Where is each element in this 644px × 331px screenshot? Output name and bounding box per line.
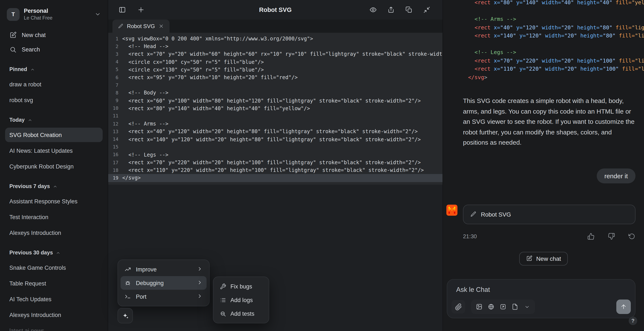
sidebar-item-draw-a-robot[interactable]: draw a robot	[5, 77, 103, 92]
wrench-icon	[220, 283, 226, 290]
search-code-icon	[220, 310, 226, 317]
sidebar-search[interactable]: Search	[5, 42, 103, 57]
chevron-up-icon	[28, 118, 32, 122]
share-button[interactable]	[387, 6, 395, 13]
ai-actions-button[interactable]	[118, 308, 133, 323]
line-number: 3	[108, 51, 118, 57]
composer-toolbar	[452, 300, 631, 314]
section-header-today[interactable]: Today	[5, 115, 103, 125]
thumbs-up-button[interactable]	[587, 233, 594, 240]
composer-tool-document[interactable]	[509, 300, 521, 314]
thumbs-down-button[interactable]	[608, 233, 615, 240]
eye-button[interactable]	[369, 6, 377, 13]
composer[interactable]: Ask le Chat	[447, 279, 636, 318]
toggle-panel-button[interactable]	[118, 6, 126, 13]
sidebar-item-ai-tech-updates[interactable]: AI Tech Updates	[5, 292, 103, 307]
line-number: 13	[108, 129, 118, 134]
canvas-toolbar	[369, 6, 430, 13]
terminal-icon	[124, 293, 131, 300]
section-header-previous-30-days[interactable]: Previous 30 days	[5, 248, 103, 258]
section-header-pinned[interactable]: Pinned	[5, 64, 103, 75]
menu-item-improve[interactable]: Improve	[120, 263, 206, 276]
close-icon[interactable]	[158, 23, 164, 29]
sidebar-item-alexeys-introduction[interactable]: Alexeys Introduction	[5, 308, 103, 322]
sidebar-nav: New chatSearch	[5, 28, 103, 57]
composer-tool-globe[interactable]	[485, 300, 497, 314]
line-number: 15	[108, 144, 118, 150]
canvas-icon	[500, 303, 506, 310]
chevron-down-icon	[524, 304, 530, 310]
editor-line: 2 <!-- Head -->	[108, 42, 442, 50]
submenu-item-fix-bugs[interactable]: Fix bugs	[216, 280, 266, 293]
submenu-item-add-tests[interactable]: Add tests	[216, 307, 266, 320]
composer-tool-image[interactable]	[473, 300, 485, 314]
attach-button[interactable]	[452, 300, 465, 314]
composer-placeholder: Ask le Chat	[453, 286, 630, 294]
section-header-previous-7-days[interactable]: Previous 7 days	[5, 181, 103, 192]
editor-line: 16 <!-- Legs -->	[108, 151, 442, 159]
submenu-item-add-logs[interactable]: Add logs	[216, 293, 266, 307]
new-chat-button[interactable]: New chat	[519, 252, 568, 265]
sidebar-item-assistant-response-styles[interactable]: Assistant Response Styles	[5, 194, 103, 209]
thumbs-up-icon	[587, 233, 594, 240]
sidebar-item-latest-ai-news[interactable]: latest ai news	[5, 324, 103, 331]
user-message-bubble: render it	[597, 168, 636, 183]
list-icon	[220, 297, 226, 303]
editor-line: 12 <!-- Arms -->	[108, 120, 442, 128]
editor-line: 6 <rect x="95" y="70" width="10" height=…	[108, 74, 442, 81]
sidebar-item-svg-robot-creation[interactable]: SVG Robot Creation	[5, 128, 103, 142]
menu-item-debugging[interactable]: Debugging	[120, 276, 206, 290]
copy-button[interactable]	[405, 6, 413, 13]
editor-line: 11	[108, 112, 442, 120]
line-number: 8	[108, 90, 118, 96]
trend-up-icon	[124, 266, 131, 273]
user-message-row: render it	[443, 168, 636, 183]
line-number: 5	[108, 67, 118, 72]
workspace-name: Personal	[24, 8, 52, 15]
chat-panel: <rect x="80" y="140" width="40" height="…	[443, 0, 644, 331]
attachment-label: Robot SVG	[481, 211, 511, 218]
bug-icon	[124, 280, 131, 286]
help-button[interactable]: ?	[629, 317, 637, 325]
composer-tool-canvas[interactable]	[497, 300, 509, 314]
assistant-message-text: This SVG code creates a simple robot wit…	[463, 96, 637, 148]
new-chat-label: New chat	[536, 255, 561, 262]
attachment-card-robot-svg[interactable]: Robot SVG	[463, 204, 636, 224]
code-editor[interactable]: 1<svg viewBox="0 0 200 400" xmlns="http:…	[108, 33, 442, 184]
eye-icon	[369, 6, 377, 13]
line-number: 7	[108, 82, 118, 88]
collapse-icon	[423, 6, 430, 13]
editor-line: 14 <rect x="140" y="120" width="20" heig…	[108, 135, 442, 143]
sidebar-item-alexeys-introduction[interactable]: Alexeys Introduction	[5, 226, 103, 240]
tab-robot-svg[interactable]: Robot SVG	[112, 19, 170, 33]
line-number: 12	[108, 121, 118, 127]
menu-item-port[interactable]: Port	[120, 290, 206, 303]
sidebar-item-robot-svg[interactable]: robot svg	[5, 93, 103, 107]
sidebar-item-ai-news-latest-updates[interactable]: AI News: Latest Updates	[5, 144, 103, 158]
sidebar-new-chat[interactable]: New chat	[5, 28, 103, 42]
send-button[interactable]	[616, 300, 631, 314]
collapse-button[interactable]	[423, 6, 430, 13]
search-icon	[9, 46, 16, 53]
chevron-up-icon	[30, 67, 35, 72]
line-number: 6	[108, 75, 118, 80]
workspace-switcher[interactable]: T Personal Le Chat Free	[5, 4, 103, 28]
sidebar-item-cyberpunk-robot-design[interactable]: Cyberpunk Robot Design	[5, 159, 103, 174]
canvas-panel: Robot SVG Robot SVG 1<svg viewBox="0 0 2…	[108, 0, 443, 331]
line-number: 9	[108, 98, 118, 103]
tab-label: Robot SVG	[127, 23, 155, 29]
editor-line: 15	[108, 143, 442, 151]
mistral-logo	[446, 204, 458, 216]
tab-bar: Robot SVG	[108, 19, 442, 33]
assistant-attachment-row: Robot SVG	[446, 204, 636, 224]
sidebar-item-test-interaction[interactable]: Test Interaction	[5, 210, 103, 224]
line-number: 19	[108, 175, 118, 181]
editor-line: 5 <circle cx="130" cy="50" r="5" fill="b…	[108, 66, 442, 74]
composer-tool-chevron-down[interactable]	[521, 300, 533, 314]
sidebar-item-table-request[interactable]: Table Request	[5, 276, 103, 291]
new-document-button[interactable]	[137, 6, 145, 13]
sparkles-icon	[122, 312, 129, 319]
refresh-button[interactable]	[628, 233, 636, 240]
timestamp: 21:30	[463, 233, 477, 239]
sidebar-item-snake-game-controls[interactable]: Snake Game Controls	[5, 261, 103, 275]
